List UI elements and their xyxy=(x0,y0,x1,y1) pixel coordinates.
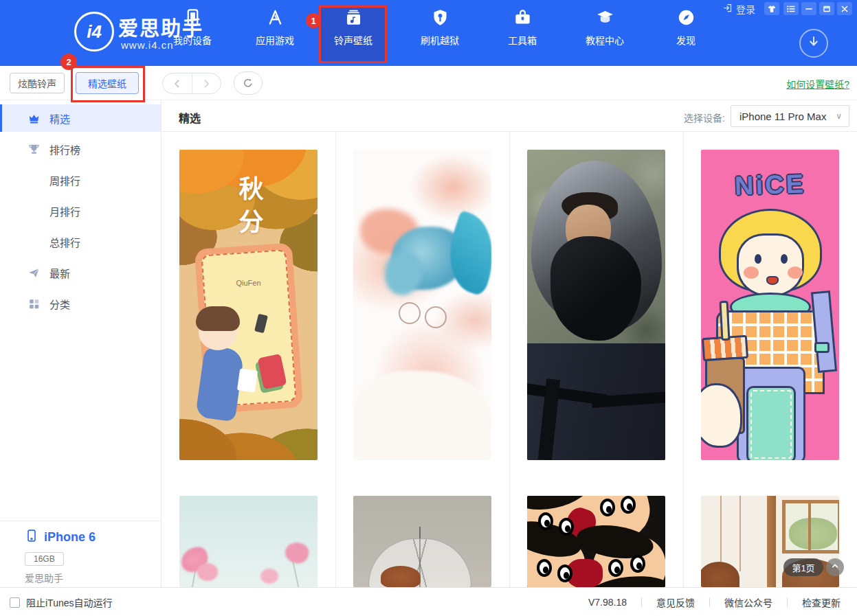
nav-label: 工具箱 xyxy=(488,33,557,47)
black-face-mask xyxy=(550,236,641,341)
nav-label: 发现 xyxy=(652,33,720,47)
sidebar-item-monthly-ranking[interactable]: 月排行 xyxy=(0,197,161,225)
page-indicator: 第1页 xyxy=(783,558,823,576)
refresh-button[interactable] xyxy=(234,71,263,95)
wallpaper-thumb-nice-girl[interactable]: NiCE xyxy=(701,150,839,460)
status-bar: 阻止iTunes自动运行 V7.98.18 意见反馈 微信公众号 检查更新 xyxy=(0,587,857,616)
crown-icon xyxy=(27,112,41,125)
tab-featured-wallpapers[interactable]: 精选壁纸 xyxy=(76,72,139,94)
nav-label: 应用游戏 xyxy=(241,33,309,47)
glasses-lens xyxy=(425,306,447,328)
paper-plane-icon xyxy=(27,266,41,280)
wallpaper-thumb-shinchan-collage[interactable] xyxy=(527,496,665,587)
sidebar-item-latest[interactable]: 最新 xyxy=(0,259,161,286)
wallpaper-thumb-hooded-man[interactable] xyxy=(527,150,665,460)
cartoon-eye xyxy=(608,559,623,577)
pink-flower xyxy=(260,569,278,584)
phone-icon xyxy=(183,8,202,27)
annotation-badge-step2: 2 xyxy=(60,54,77,70)
check-update-link[interactable]: 检查更新 xyxy=(802,595,841,609)
wallpaper-thumb-umbrella[interactable] xyxy=(353,496,491,587)
column-divider xyxy=(683,132,684,587)
grid-icon xyxy=(27,297,41,310)
nav-label: 刷机越狱 xyxy=(405,33,474,47)
feedback-link[interactable]: 意见反馈 xyxy=(656,595,695,609)
checkbox-label: 阻止iTunes自动运行 xyxy=(26,595,113,609)
how-to-set-wallpaper-link[interactable]: 如何设置壁纸? xyxy=(786,77,849,91)
app-header: i4 爱思助手 www.i4.cn 我的设备 应用游戏 铃声壁纸 刷机越狱 工具… xyxy=(0,0,857,66)
tab-cool-ringtones[interactable]: 炫酷铃声 xyxy=(10,73,65,93)
back-button[interactable] xyxy=(163,73,192,93)
wechat-official-link[interactable]: 微信公众号 xyxy=(724,595,772,609)
nav-item-ringtones-wallpapers[interactable]: 铃声壁纸 xyxy=(319,8,388,47)
app-version: V7.98.18 xyxy=(588,597,627,608)
annotation-badge-step1: 1 xyxy=(306,13,321,28)
device-phone-icon xyxy=(25,527,38,547)
login-icon xyxy=(722,3,733,15)
cartoon-eye xyxy=(621,496,636,514)
column-divider xyxy=(509,132,510,587)
shield-key-icon xyxy=(431,8,449,27)
nav-item-my-devices[interactable]: 我的设备 xyxy=(158,8,227,47)
device-select-dropdown[interactable]: iPhone 11 Pro Max ∨ xyxy=(731,105,849,127)
column-divider xyxy=(335,132,336,587)
download-arrow-icon xyxy=(805,34,822,53)
blush xyxy=(788,266,803,279)
divider xyxy=(787,597,788,607)
blush xyxy=(744,266,759,279)
menu-button[interactable] xyxy=(783,2,799,15)
strap-buckle xyxy=(814,342,830,353)
wallpaper-thumb-watercolor-portrait[interactable] xyxy=(353,150,491,460)
notepad xyxy=(237,368,258,392)
nav-item-flash-jailbreak[interactable]: 刷机越狱 xyxy=(405,8,474,47)
window-crossbar xyxy=(808,500,811,554)
app-logo: i4 xyxy=(74,12,114,52)
appstore-icon xyxy=(266,8,285,27)
cartoon-eye xyxy=(538,512,553,530)
wallpaper-thumb-pink-flowers[interactable] xyxy=(179,496,318,587)
wallpaper-thumb-autumn-equinox[interactable]: 秋分 QiuFen xyxy=(179,150,318,460)
logo-text: i4 xyxy=(87,21,102,43)
maximize-button[interactable] xyxy=(819,2,834,15)
sidebar-item-featured[interactable]: 精选 xyxy=(0,104,161,132)
nav-item-apps-games[interactable]: 应用游戏 xyxy=(241,8,309,47)
toolbox-icon xyxy=(513,8,532,27)
block-itunes-checkbox-row[interactable]: 阻止iTunes自动运行 xyxy=(10,588,113,616)
checkbox[interactable] xyxy=(10,597,20,608)
close-button[interactable] xyxy=(837,2,852,15)
sidebar-item-total-ranking[interactable]: 总排行 xyxy=(0,228,161,255)
nav-item-toolbox[interactable]: 工具箱 xyxy=(488,8,557,47)
sidebar-item-categories[interactable]: 分类 xyxy=(0,290,161,317)
back-to-top-button[interactable] xyxy=(826,558,844,576)
pink-flower xyxy=(283,540,311,566)
connected-device-panel[interactable]: iPhone 6 16GB 爱思助手 xyxy=(0,521,161,584)
wallpaper-text: 秋分 xyxy=(231,176,267,242)
pink-flower xyxy=(197,563,218,581)
nav-label: 教程中心 xyxy=(570,33,639,47)
eye xyxy=(755,254,761,264)
overall-pocket xyxy=(746,386,796,460)
sidebar-item-rankings[interactable]: 排行榜 xyxy=(0,135,161,163)
sidebar-item-weekly-ranking[interactable]: 周排行 xyxy=(0,166,161,194)
login-button[interactable]: 登录 xyxy=(722,2,755,16)
nav-item-discover[interactable]: 发现 xyxy=(652,8,720,47)
sidebar-item-label: 精选 xyxy=(49,111,70,126)
minimize-button[interactable] xyxy=(801,2,816,15)
forward-button[interactable] xyxy=(192,73,221,93)
boy-hair xyxy=(196,306,240,331)
white-shirt xyxy=(353,371,491,460)
sidebar-item-label: 最新 xyxy=(49,266,70,280)
sidebar: 精选 排行榜 周排行 月排行 总排行 最新 分类 iPhone 6 16GB 爱… xyxy=(0,100,162,587)
theme-skin-button[interactable] xyxy=(764,2,779,15)
chevron-down-icon: ∨ xyxy=(836,111,842,121)
sidebar-item-label: 周排行 xyxy=(49,173,80,187)
mouth xyxy=(766,276,779,285)
nav-item-tutorials[interactable]: 教程中心 xyxy=(570,8,639,47)
sidebar-item-label: 总排行 xyxy=(49,235,80,249)
cartoon-eye xyxy=(557,564,572,582)
login-label: 登录 xyxy=(736,2,755,16)
tab-label: 炫酷铃声 xyxy=(18,76,56,90)
graduation-cap-icon xyxy=(596,8,614,27)
download-manager-button[interactable] xyxy=(799,29,828,58)
device-select-label: 选择设备: xyxy=(684,111,725,124)
